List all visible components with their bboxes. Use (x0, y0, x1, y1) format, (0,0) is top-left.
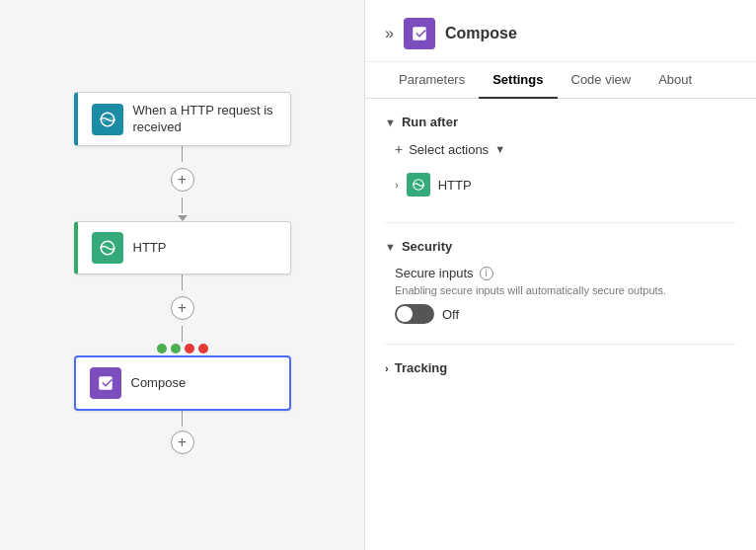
flow-steps: When a HTTP request is received + HTTP + (74, 92, 291, 459)
toggle-knob (397, 306, 413, 322)
secure-inputs-toggle[interactable] (395, 304, 434, 324)
secure-inputs-label-row: Secure inputs i (395, 266, 736, 280)
secure-inputs-info[interactable]: i (480, 267, 493, 280)
tab-parameters[interactable]: Parameters (385, 62, 479, 99)
http-action-icon (407, 173, 430, 196)
http-label: HTTP (133, 240, 167, 257)
panel-content: ▼ Run after + Select actions ▼ › HTTP (365, 99, 756, 550)
add-step-2[interactable]: + (171, 296, 194, 320)
connector-3 (182, 411, 183, 427)
http-action-item[interactable]: › HTTP (395, 167, 736, 202)
panel-title: Compose (445, 25, 517, 42)
security-header[interactable]: ▼ Security (385, 239, 736, 254)
dot-2 (171, 344, 181, 354)
add-step-1[interactable]: + (171, 168, 194, 192)
http-action-label: HTTP (438, 178, 472, 193)
settings-panel: » Compose Parameters Settings Code view … (365, 0, 756, 550)
http-node[interactable]: HTTP (74, 221, 291, 275)
security-section: ▼ Security Secure inputs i Enabling secu… (385, 239, 736, 324)
compose-node-icon (90, 367, 121, 399)
run-after-body: + Select actions ▼ › HTTP (385, 141, 736, 202)
trigger-label: When a HTTP request is received (133, 103, 276, 136)
dot-4 (198, 344, 208, 354)
http-expand-chevron[interactable]: › (395, 179, 399, 191)
secure-inputs-label: Secure inputs (395, 266, 474, 280)
dot-3 (185, 344, 194, 354)
select-actions-button[interactable]: + Select actions ▼ (395, 141, 736, 157)
security-label: Security (402, 239, 452, 254)
security-body: Secure inputs i Enabling secure inputs w… (385, 266, 736, 324)
divider-2 (385, 344, 736, 345)
toggle-row: Off (395, 304, 736, 324)
connector-1: + (171, 146, 194, 221)
secure-inputs-row: Secure inputs i Enabling secure inputs w… (395, 266, 736, 324)
tracking-header[interactable]: › Tracking (385, 360, 736, 375)
tracking-label: Tracking (395, 360, 447, 375)
dot-1 (157, 344, 167, 354)
select-actions-label: Select actions (409, 142, 489, 157)
panel-header: » Compose (365, 0, 756, 62)
compose-label: Compose (131, 375, 187, 392)
panel-header-icon (404, 18, 435, 49)
tracking-section: › Tracking (385, 360, 736, 375)
connector-2: + (171, 275, 194, 342)
divider-1 (385, 222, 736, 223)
tab-settings[interactable]: Settings (479, 62, 557, 99)
status-dots (157, 344, 208, 354)
http-icon (92, 232, 123, 264)
add-step-3[interactable]: + (171, 431, 194, 454)
run-after-chevron: ▼ (385, 117, 396, 128)
plus-icon: + (395, 141, 403, 157)
secure-inputs-desc: Enabling secure inputs will automaticall… (395, 284, 736, 296)
trigger-node[interactable]: When a HTTP request is received (74, 92, 291, 147)
toggle-label: Off (442, 307, 459, 322)
tab-about[interactable]: About (644, 62, 706, 99)
run-after-header[interactable]: ▼ Run after (385, 115, 736, 129)
run-after-label: Run after (402, 115, 458, 129)
flow-canvas: When a HTTP request is received + HTTP + (0, 0, 365, 550)
tab-bar: Parameters Settings Code view About (365, 62, 756, 99)
collapse-button[interactable]: » (385, 25, 394, 42)
trigger-icon (92, 104, 123, 135)
tracking-chevron: › (385, 362, 389, 374)
security-chevron: ▼ (385, 241, 396, 253)
tab-code-view[interactable]: Code view (558, 62, 645, 99)
compose-node[interactable]: Compose (74, 355, 291, 411)
run-after-section: ▼ Run after + Select actions ▼ › HTTP (385, 115, 736, 202)
select-actions-chevron: ▼ (494, 143, 505, 155)
